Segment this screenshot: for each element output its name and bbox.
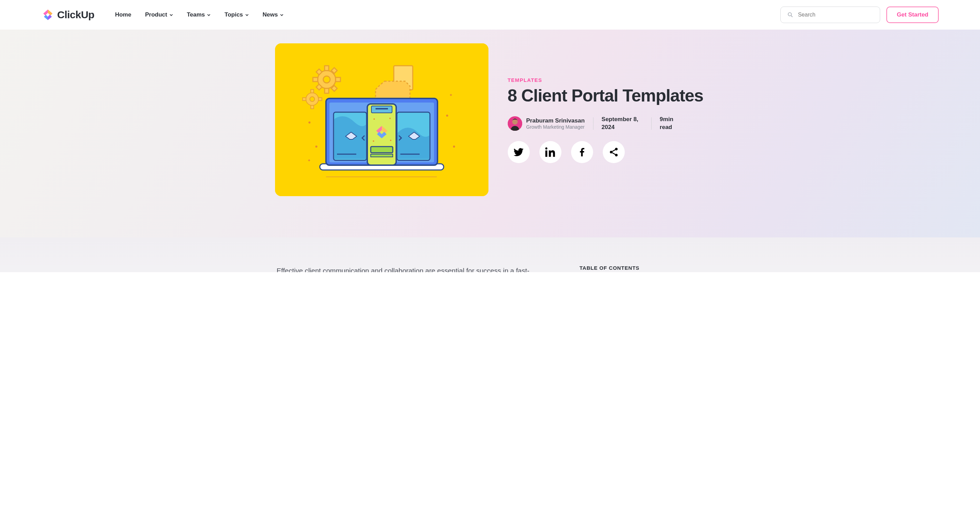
hero-section: TEMPLATES 8 Client Portal Templates Prab…	[0, 30, 980, 237]
table-of-contents: TABLE OF CONTENTS What Are Client Portal…	[580, 265, 703, 272]
chevron-down-icon	[207, 13, 211, 17]
share-icon	[609, 147, 619, 157]
svg-point-35	[446, 114, 448, 117]
nav-label: Product	[145, 11, 167, 18]
search-box[interactable]	[780, 6, 880, 23]
svg-point-40	[390, 140, 391, 141]
search-icon	[788, 12, 793, 18]
header-left: ClickUp Home Product Teams Topics News	[41, 8, 284, 21]
nav-label: Teams	[187, 11, 205, 18]
chevron-down-icon	[169, 13, 173, 17]
divider	[593, 117, 593, 130]
svg-rect-7	[313, 78, 318, 81]
logo-text: ClickUp	[57, 9, 94, 21]
svg-point-34	[315, 146, 317, 148]
svg-point-0	[788, 13, 791, 16]
svg-point-14	[310, 97, 315, 102]
search-input[interactable]	[798, 12, 873, 18]
svg-point-43	[615, 148, 617, 150]
facebook-icon	[577, 147, 587, 157]
nav-label: Home	[115, 11, 131, 18]
author-block[interactable]: Praburam Srinivasan Growth Marketing Man…	[508, 116, 585, 131]
hero-content: TEMPLATES 8 Client Portal Templates Prab…	[508, 43, 705, 163]
main-nav: Home Product Teams Topics News	[115, 11, 284, 18]
svg-rect-18	[318, 98, 322, 100]
svg-rect-29	[375, 108, 388, 110]
site-header: ClickUp Home Product Teams Topics News	[0, 0, 980, 30]
chevron-down-icon	[280, 13, 284, 17]
share-row	[508, 141, 705, 163]
nav-home[interactable]: Home	[115, 11, 131, 18]
category-label[interactable]: TEMPLATES	[508, 77, 705, 83]
logo-icon	[41, 8, 54, 21]
header-right: Get Started	[780, 6, 939, 23]
share-twitter-button[interactable]	[508, 141, 530, 163]
chevron-down-icon	[245, 13, 249, 17]
read-time: 9min read	[660, 116, 684, 132]
svg-point-38	[389, 118, 391, 119]
svg-point-42	[512, 119, 518, 124]
nav-product[interactable]: Product	[145, 11, 173, 18]
svg-point-37	[374, 118, 375, 120]
svg-point-39	[373, 140, 374, 142]
nav-label: News	[262, 11, 278, 18]
get-started-button[interactable]: Get Started	[886, 6, 939, 23]
article-meta: Praburam Srinivasan Growth Marketing Man…	[508, 116, 705, 132]
svg-point-44	[609, 151, 612, 153]
share-generic-button[interactable]	[603, 141, 625, 163]
svg-point-45	[615, 154, 617, 157]
svg-rect-30	[371, 146, 393, 153]
share-linkedin-button[interactable]	[539, 141, 562, 163]
nav-news[interactable]: News	[262, 11, 284, 18]
publish-date: September 8, 2024	[602, 116, 643, 132]
svg-rect-5	[325, 66, 329, 70]
logo[interactable]: ClickUp	[41, 8, 94, 21]
svg-rect-6	[325, 88, 329, 93]
twitter-icon	[514, 147, 524, 157]
svg-rect-8	[336, 78, 340, 81]
nav-teams[interactable]: Teams	[187, 11, 211, 18]
hero-image	[275, 43, 488, 196]
svg-rect-31	[371, 154, 393, 157]
svg-rect-16	[310, 105, 313, 109]
author-avatar	[508, 116, 522, 131]
toc-title: TABLE OF CONTENTS	[580, 265, 703, 271]
share-facebook-button[interactable]	[571, 141, 593, 163]
svg-rect-15	[310, 89, 313, 93]
article-text: Effective client communication and colla…	[277, 265, 545, 272]
svg-rect-17	[302, 98, 306, 100]
svg-point-4	[323, 76, 330, 83]
article-body-section: Effective client communication and colla…	[0, 237, 980, 272]
svg-line-1	[791, 16, 793, 17]
linkedin-icon	[545, 147, 555, 157]
divider	[651, 117, 652, 130]
svg-point-36	[453, 146, 455, 148]
author-role: Growth Marketing Manager	[526, 124, 585, 130]
paragraph: Effective client communication and colla…	[277, 265, 545, 272]
nav-label: Topics	[224, 11, 243, 18]
svg-point-33	[309, 121, 310, 124]
article-title: 8 Client Portal Templates	[508, 86, 705, 105]
nav-topics[interactable]: Topics	[224, 11, 249, 18]
author-name: Praburam Srinivasan	[526, 117, 585, 124]
